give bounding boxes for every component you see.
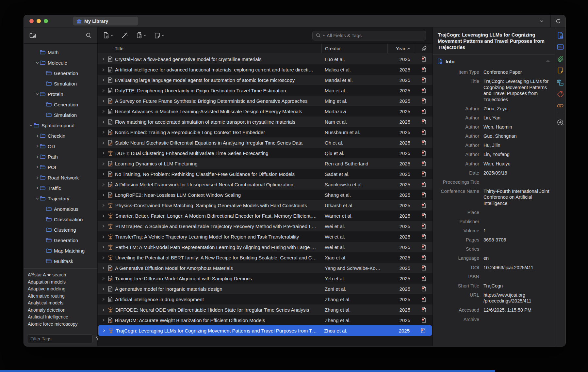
item-row[interactable]: DUET: Dual Clustering Enhanced Multivari… <box>98 148 433 158</box>
tags-icon[interactable] <box>557 90 564 98</box>
field-value[interactable]: 2025/09/16 <box>479 170 551 176</box>
pdf-attachment-icon[interactable] <box>415 244 433 250</box>
sync-button[interactable] <box>551 18 565 24</box>
related-icon[interactable] <box>557 102 564 109</box>
field-value[interactable]: TrajCogn <box>479 283 551 289</box>
field-value[interactable]: en <box>479 255 551 261</box>
column-year[interactable]: Year <box>387 44 415 53</box>
item-row[interactable]: Unveiling the Potential of BERT-family: … <box>98 252 433 263</box>
tag-filter-input[interactable] <box>27 334 93 343</box>
pdf-attachment-icon[interactable] <box>415 255 433 260</box>
pdf-attachment-icon[interactable] <box>415 98 433 103</box>
chevron-right-icon[interactable] <box>101 172 106 176</box>
pdf-attachment-icon[interactable] <box>415 297 433 302</box>
field-value[interactable] <box>479 219 551 225</box>
tag-item[interactable]: Adaptation models <box>28 279 95 286</box>
notes-icon[interactable] <box>557 67 564 74</box>
pdf-attachment-icon[interactable] <box>415 276 433 281</box>
chevron-right-icon[interactable] <box>35 145 40 148</box>
item-row[interactable]: Recent Advances in Machine Learning-Assi… <box>98 106 433 116</box>
field-value[interactable]: Lin, Youfang <box>479 151 551 158</box>
tag-item[interactable]: A^\star A ★ search <box>28 271 95 279</box>
chevron-right-icon[interactable] <box>101 266 106 270</box>
chevron-down-icon[interactable] <box>35 197 40 200</box>
field-value[interactable] <box>479 317 551 323</box>
chevron-right-icon[interactable] <box>35 134 40 138</box>
field-value[interactable]: TrajCogn: Leveraging LLMs for Cognizing … <box>479 78 551 103</box>
chevron-right-icon[interactable] <box>101 204 106 207</box>
item-row[interactable]: Path-LLM: A Multi-Modal Path Representat… <box>98 242 433 252</box>
chevron-right-icon[interactable] <box>101 225 106 228</box>
chevron-right-icon[interactable] <box>35 176 40 179</box>
item-row[interactable]: Training-free Diffusion Model Alignment … <box>98 273 433 284</box>
pdf-attachment-icon[interactable] <box>415 234 433 239</box>
item-row[interactable]: Flow matching for accelerated simulation… <box>98 116 433 127</box>
item-row[interactable]: DutyTTE: Deciphering Uncertainty in Orig… <box>98 85 433 96</box>
field-value[interactable]: 1 <box>479 228 551 234</box>
item-row[interactable]: No Training, No Problem: Rethinking Clas… <box>98 169 433 179</box>
chevron-right-icon[interactable] <box>101 141 106 145</box>
new-note-button[interactable] <box>154 32 164 39</box>
tag-item[interactable]: Anomaly detection <box>28 307 95 314</box>
field-value[interactable]: https://www.ijcai.org /proceedings/2025/… <box>479 292 551 304</box>
add-by-identifier-button[interactable] <box>121 32 128 39</box>
chevron-right-icon[interactable] <box>101 110 106 113</box>
column-title[interactable]: Title <box>98 46 321 51</box>
chevron-right-icon[interactable] <box>101 308 106 312</box>
item-row[interactable]: TrajCogn: Leveraging LLMs for Cognizing … <box>98 325 432 336</box>
chevron-right-icon[interactable] <box>101 151 106 155</box>
pdf-attachment-icon[interactable] <box>415 318 433 323</box>
chevron-right-icon[interactable] <box>101 57 106 61</box>
item-row[interactable]: A Diffusion Model Framework for Unsuperv… <box>98 179 433 190</box>
libraries-collections-icon[interactable] <box>557 79 564 86</box>
collection-row[interactable]: Path <box>24 151 97 162</box>
pdf-attachment-icon[interactable] <box>415 109 433 114</box>
field-value[interactable] <box>479 274 551 280</box>
field-value[interactable]: Conference Paper <box>479 69 551 75</box>
chevron-down-icon[interactable] <box>35 61 40 65</box>
tag-item[interactable]: Atomic force microscopy <box>28 321 95 328</box>
collection-row[interactable]: Generation <box>24 235 97 245</box>
pdf-attachment-icon[interactable] <box>415 192 433 197</box>
abstract-icon[interactable] <box>557 43 564 51</box>
item-row[interactable]: Smarter, Better, Faster, Longer: A Moder… <box>98 210 433 221</box>
chevron-right-icon[interactable] <box>101 78 106 82</box>
chevron-right-icon[interactable] <box>35 155 40 159</box>
pdf-attachment-icon[interactable] <box>415 286 433 291</box>
chevron-right-icon[interactable] <box>101 131 106 134</box>
item-row[interactable]: BinaryDM: Accurate Weight Binarization f… <box>98 315 433 325</box>
pdf-attachment-icon[interactable] <box>415 119 433 124</box>
pdf-attachment-icon[interactable] <box>415 77 433 83</box>
collection-row[interactable]: Simulation <box>24 110 97 120</box>
item-row[interactable]: CrystalFlow: a flow-based generative mod… <box>98 54 433 64</box>
field-value[interactable] <box>479 209 551 216</box>
pdf-attachment-icon[interactable] <box>415 56 433 62</box>
chevron-right-icon[interactable] <box>101 193 106 197</box>
pdf-attachment-icon[interactable] <box>415 150 433 156</box>
pdf-attachment-icon[interactable] <box>415 67 433 72</box>
field-value[interactable]: 10.24963/ijcai.2025/411 <box>479 265 551 271</box>
item-row[interactable]: Learning Dynamics of LLM FinetuningRen a… <box>98 158 433 169</box>
chevron-right-icon[interactable] <box>101 99 106 103</box>
collection-row[interactable]: Anomalous <box>24 204 97 214</box>
tag-item[interactable]: Adaptive modeling <box>28 286 95 293</box>
item-row[interactable]: PLMTrajRec: A Scalable and Generalizable… <box>98 221 433 231</box>
chevron-right-icon[interactable] <box>101 68 106 71</box>
item-row[interactable]: A Generative Diffusion Model for Amorpho… <box>98 263 433 273</box>
field-value[interactable]: Guo, Shengnan <box>479 133 551 139</box>
collection-row[interactable]: POI <box>24 162 97 172</box>
chevron-right-icon[interactable] <box>35 165 40 169</box>
pdf-attachment-icon[interactable] <box>415 140 433 145</box>
pdf-attachment-icon[interactable] <box>415 307 433 312</box>
field-value[interactable] <box>479 246 551 252</box>
item-row[interactable]: Stable Neural Stochastic Differential Eq… <box>98 137 433 148</box>
pdf-attachment-icon[interactable] <box>415 88 433 93</box>
chevron-right-icon[interactable] <box>101 245 106 249</box>
pdf-attachment-icon[interactable] <box>415 265 433 271</box>
collection-row[interactable]: Classification <box>24 214 97 225</box>
collection-row[interactable]: Checkin <box>24 131 97 141</box>
collection-row[interactable]: Clustering <box>24 225 97 235</box>
chevron-right-icon[interactable] <box>101 287 106 291</box>
tag-item[interactable]: Analytical models <box>28 300 95 307</box>
collection-row[interactable]: Traffic <box>24 183 97 193</box>
